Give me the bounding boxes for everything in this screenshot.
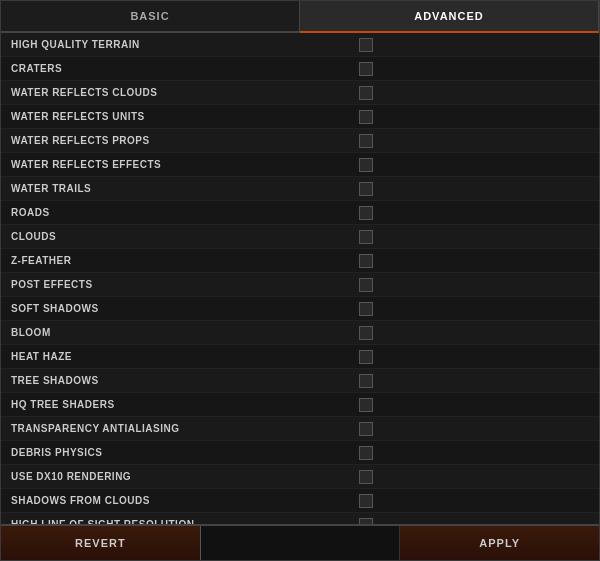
checkbox-craters[interactable] xyxy=(359,62,373,76)
checkbox-area-water-reflects-units xyxy=(349,110,589,124)
checkbox-area-roads xyxy=(349,206,589,220)
checkbox-clouds[interactable] xyxy=(359,230,373,244)
setting-row-transparency-antialiasing: TRANSPARENCY ANTIALIASING xyxy=(1,417,599,441)
checkbox-area-craters xyxy=(349,62,589,76)
setting-row-water-reflects-clouds: WATER REFLECTS CLOUDS xyxy=(1,81,599,105)
setting-label-z-feather: Z-FEATHER xyxy=(11,255,349,266)
checkbox-area-debris-physics xyxy=(349,446,589,460)
setting-row-post-effects: POST EFFECTS xyxy=(1,273,599,297)
setting-row-water-reflects-units: WATER REFLECTS UNITS xyxy=(1,105,599,129)
checkbox-area-z-feather xyxy=(349,254,589,268)
settings-window: BASIC ADVANCED HIGH QUALITY TERRAINCRATE… xyxy=(0,0,600,561)
checkbox-heat-haze[interactable] xyxy=(359,350,373,364)
checkbox-area-water-trails xyxy=(349,182,589,196)
tab-advanced[interactable]: ADVANCED xyxy=(300,1,599,33)
setting-label-roads: ROADS xyxy=(11,207,349,218)
setting-row-hq-tree-shaders: HQ TREE SHADERS xyxy=(1,393,599,417)
setting-label-tree-shadows: TREE SHADOWS xyxy=(11,375,349,386)
checkbox-area-water-reflects-effects xyxy=(349,158,589,172)
checkbox-area-tree-shadows xyxy=(349,374,589,388)
tab-bar: BASIC ADVANCED xyxy=(1,1,599,33)
checkbox-transparency-antialiasing[interactable] xyxy=(359,422,373,436)
setting-label-water-trails: WATER TRAILS xyxy=(11,183,349,194)
setting-row-high-quality-terrain: HIGH QUALITY TERRAIN xyxy=(1,33,599,57)
apply-button[interactable]: APPLY xyxy=(400,526,599,560)
setting-label-craters: CRATERS xyxy=(11,63,349,74)
setting-row-shadows-from-clouds: SHADOWS FROM CLOUDS xyxy=(1,489,599,513)
setting-label-water-reflects-effects: WATER REFLECTS EFFECTS xyxy=(11,159,349,170)
revert-button[interactable]: REVERT xyxy=(1,526,201,560)
checkbox-water-trails[interactable] xyxy=(359,182,373,196)
checkbox-z-feather[interactable] xyxy=(359,254,373,268)
setting-row-heat-haze: HEAT HAZE xyxy=(1,345,599,369)
setting-row-debris-physics: DEBRIS PHYSICS xyxy=(1,441,599,465)
checkbox-area-transparency-antialiasing xyxy=(349,422,589,436)
setting-label-water-reflects-clouds: WATER REFLECTS CLOUDS xyxy=(11,87,349,98)
checkbox-hq-tree-shaders[interactable] xyxy=(359,398,373,412)
setting-label-water-reflects-units: WATER REFLECTS UNITS xyxy=(11,111,349,122)
checkbox-area-shadows-from-clouds xyxy=(349,494,589,508)
setting-label-post-effects: POST EFFECTS xyxy=(11,279,349,290)
footer-bar: REVERT APPLY xyxy=(1,524,599,560)
setting-row-water-trails: WATER TRAILS xyxy=(1,177,599,201)
checkbox-area-use-dx10-rendering xyxy=(349,470,589,484)
checkbox-post-effects[interactable] xyxy=(359,278,373,292)
checkbox-high-quality-terrain[interactable] xyxy=(359,38,373,52)
checkbox-roads[interactable] xyxy=(359,206,373,220)
setting-row-z-feather: Z-FEATHER xyxy=(1,249,599,273)
setting-label-bloom: BLOOM xyxy=(11,327,349,338)
setting-label-hq-tree-shaders: HQ TREE SHADERS xyxy=(11,399,349,410)
checkbox-water-reflects-props[interactable] xyxy=(359,134,373,148)
checkbox-use-dx10-rendering[interactable] xyxy=(359,470,373,484)
checkbox-area-post-effects xyxy=(349,278,589,292)
setting-row-water-reflects-effects: WATER REFLECTS EFFECTS xyxy=(1,153,599,177)
setting-row-clouds: CLOUDS xyxy=(1,225,599,249)
setting-label-water-reflects-props: WATER REFLECTS PROPS xyxy=(11,135,349,146)
checkbox-area-high-quality-terrain xyxy=(349,38,589,52)
setting-label-debris-physics: DEBRIS PHYSICS xyxy=(11,447,349,458)
checkbox-water-reflects-units[interactable] xyxy=(359,110,373,124)
footer-spacer xyxy=(201,526,401,560)
setting-label-use-dx10-rendering: USE DX10 RENDERING xyxy=(11,471,349,482)
checkbox-soft-shadows[interactable] xyxy=(359,302,373,316)
checkbox-tree-shadows[interactable] xyxy=(359,374,373,388)
checkbox-area-hq-tree-shaders xyxy=(349,398,589,412)
checkbox-area-water-reflects-clouds xyxy=(349,86,589,100)
content-area: HIGH QUALITY TERRAINCRATERSWATER REFLECT… xyxy=(1,33,599,524)
setting-row-tree-shadows: TREE SHADOWS xyxy=(1,369,599,393)
setting-label-soft-shadows: SOFT SHADOWS xyxy=(11,303,349,314)
setting-row-soft-shadows: SOFT SHADOWS xyxy=(1,297,599,321)
setting-label-shadows-from-clouds: SHADOWS FROM CLOUDS xyxy=(11,495,349,506)
setting-label-high-quality-terrain: HIGH QUALITY TERRAIN xyxy=(11,39,349,50)
setting-label-heat-haze: HEAT HAZE xyxy=(11,351,349,362)
checkbox-water-reflects-clouds[interactable] xyxy=(359,86,373,100)
setting-row-craters: CRATERS xyxy=(1,57,599,81)
checkbox-bloom[interactable] xyxy=(359,326,373,340)
checkbox-area-heat-haze xyxy=(349,350,589,364)
checkbox-area-bloom xyxy=(349,326,589,340)
checkbox-area-soft-shadows xyxy=(349,302,589,316)
checkbox-shadows-from-clouds[interactable] xyxy=(359,494,373,508)
checkbox-area-clouds xyxy=(349,230,589,244)
checkbox-area-water-reflects-props xyxy=(349,134,589,148)
setting-row-use-dx10-rendering: USE DX10 RENDERING xyxy=(1,465,599,489)
setting-row-roads: ROADS xyxy=(1,201,599,225)
setting-row-water-reflects-props: WATER REFLECTS PROPS xyxy=(1,129,599,153)
settings-list[interactable]: HIGH QUALITY TERRAINCRATERSWATER REFLECT… xyxy=(1,33,599,524)
setting-label-clouds: CLOUDS xyxy=(11,231,349,242)
checkbox-debris-physics[interactable] xyxy=(359,446,373,460)
setting-row-bloom: BLOOM xyxy=(1,321,599,345)
checkbox-water-reflects-effects[interactable] xyxy=(359,158,373,172)
setting-row-high-line-of-sight-resolution: HIGH LINE OF SIGHT RESOLUTION xyxy=(1,513,599,524)
tab-basic[interactable]: BASIC xyxy=(1,1,300,31)
setting-label-transparency-antialiasing: TRANSPARENCY ANTIALIASING xyxy=(11,423,349,434)
